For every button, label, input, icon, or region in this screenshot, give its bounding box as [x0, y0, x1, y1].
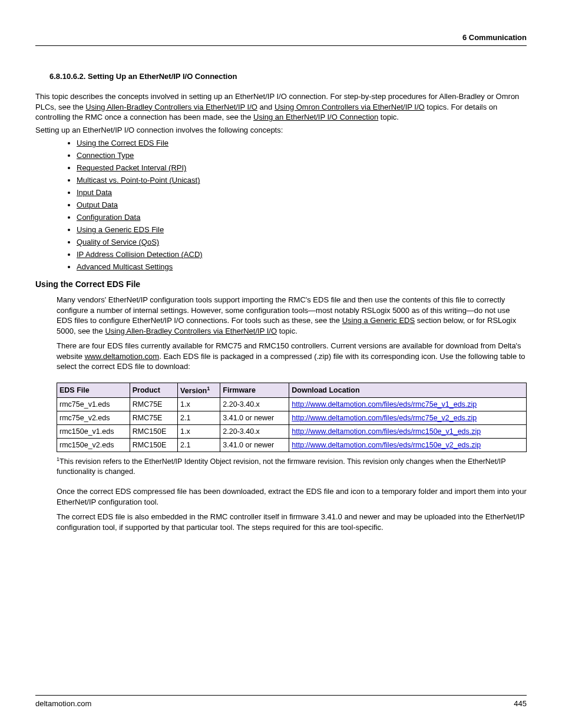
link-omron[interactable]: Using Omron Controllers via EtherNet/IP …: [275, 103, 425, 111]
download-link[interactable]: http://www.deltamotion.com/files/eds/rmc…: [292, 441, 481, 449]
list-item: Connection Type: [77, 151, 527, 160]
link-allen-bradley-2[interactable]: Using Allen-Bradley Controllers via Ethe…: [105, 327, 277, 335]
cell-firmware: 3.41.0 or newer: [220, 439, 289, 452]
link-generic-eds[interactable]: Using a Generic EDS: [342, 316, 415, 325]
cell-file: rmc150e_v2.eds: [57, 439, 130, 452]
footer-page-number: 445: [514, 699, 527, 708]
cell-url: http://www.deltamotion.com/files/eds/rmc…: [289, 398, 527, 411]
link-allen-bradley[interactable]: Using Allen-Bradley Controllers via Ethe…: [85, 103, 257, 111]
th-firmware: Firmware: [220, 383, 289, 398]
th-product: Product: [130, 383, 177, 398]
footnote-text: This revision refers to the EtherNet/IP …: [57, 457, 505, 476]
text: topic.: [378, 113, 399, 121]
list-item: Quality of Service (QoS): [77, 238, 527, 246]
table-row: rmc150e_v1.eds RMC150E 1.x 2.20-3.40.x h…: [57, 425, 527, 439]
concept-link[interactable]: Using a Generic EDS File: [77, 225, 164, 234]
cell-firmware: 3.41.0 or newer: [220, 411, 289, 425]
cell-url: http://www.deltamotion.com/files/eds/rmc…: [289, 425, 527, 439]
intro-paragraph-1: This topic describes the concepts involv…: [35, 91, 527, 123]
concept-link[interactable]: Output Data: [77, 200, 118, 209]
cell-file: rmc150e_v1.eds: [57, 425, 130, 439]
eds-paragraph-2: There are four EDS files currently avail…: [57, 341, 527, 372]
footnote: 1This revision refers to the EtherNet/IP…: [57, 456, 527, 477]
concept-link[interactable]: IP Address Collision Detection (ACD): [77, 250, 203, 259]
concepts-list: Using the Correct EDS File Connection Ty…: [35, 139, 527, 271]
cell-file: rmc75e_v1.eds: [57, 398, 130, 411]
concept-link[interactable]: Advanced Multicast Settings: [77, 262, 173, 271]
cell-firmware: 2.20-3.40.x: [220, 398, 289, 411]
table-row: rmc150e_v2.eds RMC150E 2.1 3.41.0 or new…: [57, 439, 527, 452]
cell-url: http://www.deltamotion.com/files/eds/rmc…: [289, 439, 527, 452]
th-version: Version1: [178, 383, 220, 398]
concept-link[interactable]: Requested Packet Interval (RPI): [77, 163, 186, 172]
cell-version: 2.1: [178, 411, 220, 425]
cell-version: 1.x: [178, 425, 220, 439]
after-table-p1: Once the correct EDS compressed file has…: [57, 486, 527, 507]
section-heading: 6.8.10.6.2. Setting Up an EtherNet/IP I/…: [35, 72, 527, 81]
section-number: 6.8.10.6.2.: [49, 72, 85, 81]
th-eds-file: EDS File: [57, 383, 130, 398]
text: and: [257, 103, 275, 111]
eds-table: EDS File Product Version1 Firmware Downl…: [57, 383, 527, 452]
cell-version: 2.1: [178, 439, 220, 452]
text: topic.: [277, 327, 297, 335]
download-link[interactable]: http://www.deltamotion.com/files/eds/rmc…: [292, 427, 481, 436]
cell-product: RMC75E: [130, 411, 177, 425]
download-link[interactable]: http://www.deltamotion.com/files/eds/rmc…: [292, 400, 477, 409]
concept-link[interactable]: Input Data: [77, 188, 112, 197]
cell-firmware: 2.20-3.40.x: [220, 425, 289, 439]
link-using-io[interactable]: Using an EtherNet/IP I/O Connection: [253, 113, 378, 121]
concept-link[interactable]: Configuration Data: [77, 213, 140, 222]
footer-left: deltamotion.com: [35, 699, 91, 708]
cell-product: RMC150E: [130, 439, 177, 452]
page-header: 6 Communication: [35, 33, 527, 46]
concept-link[interactable]: Connection Type: [77, 151, 134, 160]
intro-paragraph-2: Setting up an EtherNet/IP I/O connection…: [35, 125, 527, 136]
cell-product: RMC150E: [130, 425, 177, 439]
list-item: Output Data: [77, 200, 527, 209]
after-table-p2: The correct EDS file is also embedded in…: [57, 512, 527, 532]
list-item: Multicast vs. Point-to-Point (Unicast): [77, 176, 527, 185]
section-title: Setting Up an EtherNet/IP I/O Connection: [88, 72, 237, 81]
cell-version: 1.x: [178, 398, 220, 411]
list-item: Configuration Data: [77, 213, 527, 222]
eds-heading: Using the Correct EDS File: [35, 279, 527, 289]
concept-link[interactable]: Quality of Service (QoS): [77, 238, 159, 246]
concept-link[interactable]: Using the Correct EDS File: [77, 139, 168, 147]
list-item: Input Data: [77, 188, 527, 197]
th-download: Download Location: [289, 383, 527, 398]
table-row: rmc75e_v2.eds RMC75E 2.1 3.41.0 or newer…: [57, 411, 527, 425]
list-item: Advanced Multicast Settings: [77, 262, 527, 271]
list-item: Using a Generic EDS File: [77, 225, 527, 234]
download-link[interactable]: http://www.deltamotion.com/files/eds/rmc…: [292, 414, 477, 422]
list-item: Requested Packet Interval (RPI): [77, 163, 527, 172]
list-item: Using the Correct EDS File: [77, 139, 527, 147]
cell-file: rmc75e_v2.eds: [57, 411, 130, 425]
cell-url: http://www.deltamotion.com/files/eds/rmc…: [289, 411, 527, 425]
concept-link[interactable]: Multicast vs. Point-to-Point (Unicast): [77, 176, 200, 185]
link-deltamotion[interactable]: www.deltamotion.com: [85, 352, 159, 361]
list-item: IP Address Collision Detection (ACD): [77, 250, 527, 259]
cell-product: RMC75E: [130, 398, 177, 411]
page-footer: deltamotion.com 445: [35, 695, 527, 708]
table-row: rmc75e_v1.eds RMC75E 1.x 2.20-3.40.x htt…: [57, 398, 527, 411]
table-header-row: EDS File Product Version1 Firmware Downl…: [57, 383, 527, 398]
eds-paragraph-1: Many vendors' EtherNet/IP configuration …: [57, 295, 527, 336]
